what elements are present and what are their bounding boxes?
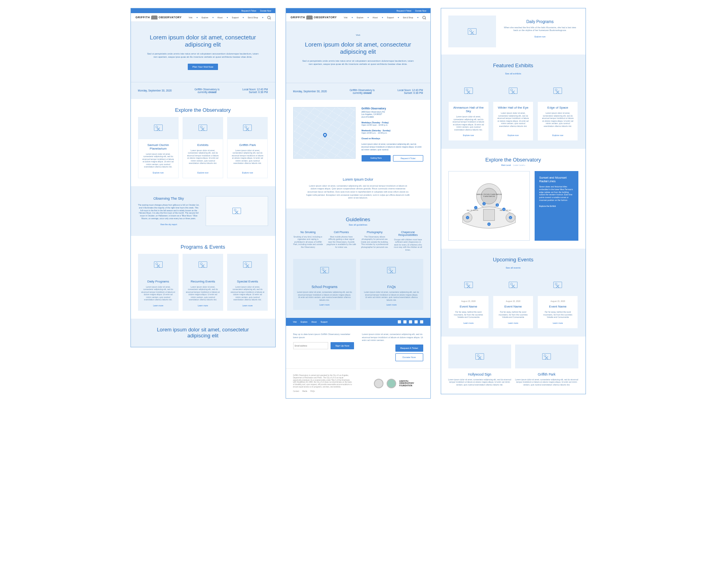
- image-placeholder-icon: [553, 282, 562, 288]
- card-edge: Edge of SpaceLorem ipsum dolor sit amet,…: [537, 80, 578, 141]
- fnav-support[interactable]: Support: [321, 321, 328, 323]
- youtube-icon[interactable]: [414, 320, 418, 323]
- events-link[interactable]: See all events: [448, 267, 578, 269]
- fnav-explore[interactable]: Explore: [301, 321, 307, 323]
- nav-about[interactable]: About: [373, 16, 378, 19]
- breadcrumb[interactable]: Visit: [302, 34, 414, 36]
- nav-visit[interactable]: Visit: [189, 16, 192, 19]
- email-field[interactable]: [293, 342, 328, 349]
- wireframe-explore: Daily ProgramsWhen she reached the first…: [441, 8, 586, 394]
- daily-text: When she reached the first hills of the …: [502, 26, 578, 32]
- card-exhibits: ExhibitsLorem ipsum dolor sit amet, cons…: [183, 117, 223, 178]
- donate-link[interactable]: Donate Now: [260, 10, 271, 12]
- events-section: Upcoming Events See all events August 15…: [441, 249, 586, 337]
- nav-support[interactable]: Support: [232, 16, 239, 19]
- floor-map[interactable]: SAMUEL OSCHIN PLANETARIUM PLANETARIUM HA…: [448, 171, 530, 241]
- card-link[interactable]: Learn more: [141, 304, 175, 307]
- card-link[interactable]: Learn more: [186, 304, 220, 307]
- ticket-btn[interactable]: Request A Ticket: [395, 345, 423, 352]
- image-placeholder-icon: [509, 282, 518, 288]
- logo-text-b: OBSERVATORY: [159, 16, 182, 19]
- nav-about[interactable]: About: [218, 16, 223, 19]
- card-link[interactable]: Learn more: [496, 322, 530, 324]
- search-icon[interactable]: [267, 16, 270, 19]
- card-link[interactable]: Learn more: [230, 304, 265, 307]
- nav-eat[interactable]: Eat & Shop: [403, 16, 413, 19]
- map-section: Griffith Observatory 2800 East Observato…: [286, 100, 430, 169]
- obs-level-nav[interactable]: Main Level Lower Level ›: [448, 164, 578, 166]
- featured-section: Featured Exhibits See all exhibits Ahman…: [441, 55, 586, 149]
- signup-btn[interactable]: Sign Up Now: [331, 342, 354, 349]
- card-link[interactable]: Explore now: [186, 171, 220, 174]
- ticket-link[interactable]: Request A Ticket: [241, 10, 256, 12]
- guidelines-link[interactable]: See all guidelines: [293, 224, 423, 226]
- footer-bottom: Griffith Observatory is owned and operat…: [286, 368, 430, 398]
- city-seal-icon: [374, 379, 383, 388]
- sky-section: Observing The SkyThe waning moon changes…: [131, 186, 275, 236]
- instagram-icon[interactable]: [403, 320, 407, 323]
- card-link[interactable]: Explore now: [541, 134, 574, 136]
- nav-support[interactable]: Support: [387, 16, 394, 19]
- daily-link[interactable]: Explore now: [535, 35, 546, 38]
- wireframe-home: Request A Ticket Donate Now GRIFFITH OBS…: [130, 8, 276, 347]
- card-link[interactable]: Explore now: [231, 171, 264, 174]
- observatory-map-section: Explore the Observatory Main Level Lower…: [441, 149, 586, 249]
- map[interactable]: [293, 107, 356, 159]
- ticket-link[interactable]: Request A Ticket: [397, 10, 411, 12]
- map-pin-icon: [322, 132, 328, 138]
- sky-image: [206, 196, 268, 226]
- nav-eat[interactable]: Eat & Shop: [248, 16, 258, 19]
- card-link[interactable]: Learn more: [319, 304, 330, 306]
- featured-heading: Featured Exhibits: [448, 62, 578, 68]
- donate-btn[interactable]: Donate Now: [395, 353, 423, 361]
- card-link[interactable]: Explore now: [142, 171, 175, 174]
- logo[interactable]: GRIFFITHOBSERVATORY: [291, 16, 337, 19]
- card-title: Daily Programs: [141, 280, 175, 283]
- exhibit-link[interactable]: Explore the Exhibit: [539, 205, 556, 207]
- guide-smoking: No SmokingSmoking of any kind, including…: [293, 231, 323, 251]
- status-date: Monday, September 30, 2020: [293, 90, 327, 93]
- facebook-icon[interactable]: [409, 320, 412, 323]
- card-link[interactable]: Explore now: [452, 134, 485, 136]
- image-placeholder-icon: [475, 353, 484, 360]
- status-times: Local Noon: 12:43 PMSunset: 6:38 PM: [397, 89, 423, 94]
- hero-cta[interactable]: Plan Your Visit Now: [188, 64, 218, 70]
- donate-link[interactable]: Donate Now: [415, 10, 426, 12]
- footer-cta: Stay up to date lorem ipsum Griffith Obs…: [286, 326, 430, 368]
- nav-explore[interactable]: Explore: [202, 16, 208, 19]
- image-placeholder-icon: [464, 88, 473, 94]
- twitter-icon[interactable]: [398, 320, 401, 323]
- info-address: 2800 East Observatory Rd Los Angeles, CA…: [362, 111, 423, 119]
- contact-link[interactable]: Contact: [293, 390, 300, 393]
- fnav-visit[interactable]: Visit: [293, 321, 297, 323]
- programs-heading: Programs & Events: [138, 244, 268, 250]
- parks-seal-icon: [387, 379, 396, 388]
- getting-here-btn[interactable]: Getting Here: [362, 155, 391, 162]
- hero: Lorem ipsum dolor sit amet, consectetur …: [131, 22, 275, 82]
- fnav-about[interactable]: About: [311, 321, 317, 323]
- flickr-icon[interactable]: [420, 320, 423, 323]
- navbar: GRIFFITHOBSERVATORY Visit▾ Explore▾ Abou…: [286, 13, 430, 22]
- media-link[interactable]: Media: [302, 390, 307, 393]
- featured-link[interactable]: See all exhibits: [448, 72, 578, 75]
- topbar: Request A Ticket Donate Now: [286, 8, 430, 13]
- card-link[interactable]: Learn more: [452, 322, 485, 324]
- logo[interactable]: GRIFFITH OBSERVATORY: [136, 16, 182, 19]
- nav-explore[interactable]: Explore: [357, 16, 364, 19]
- faq-link[interactable]: FAQs: [310, 390, 315, 393]
- event-card: August 15, 2020Event NameFar far away, b…: [537, 274, 578, 329]
- nav-links: Visit▾ Explore▾ About▾ Support▾ Eat & Sh…: [344, 16, 425, 19]
- navbar: GRIFFITH OBSERVATORY Visit▾ Explore▾ Abo…: [131, 13, 275, 22]
- nav-visit[interactable]: Visit: [344, 16, 347, 19]
- sky-link[interactable]: View the sky report: [160, 223, 177, 226]
- svg-text:HALL OF THE EYE: HALL OF THE EYE: [467, 210, 479, 211]
- card-link[interactable]: Learn more: [386, 304, 397, 306]
- sky-text: The waning moon changes phase from gibbo…: [138, 204, 200, 220]
- ticket-btn[interactable]: Request A Ticket: [393, 155, 423, 162]
- image-placeholder-icon: [320, 267, 329, 273]
- image-placeholder-icon: [243, 261, 252, 268]
- search-icon[interactable]: [422, 16, 426, 19]
- card-link[interactable]: Explore now: [496, 134, 530, 136]
- card-link[interactable]: Learn more: [541, 322, 574, 324]
- wireframe-visit: Request A Ticket Donate Now GRIFFITHOBSE…: [286, 8, 431, 399]
